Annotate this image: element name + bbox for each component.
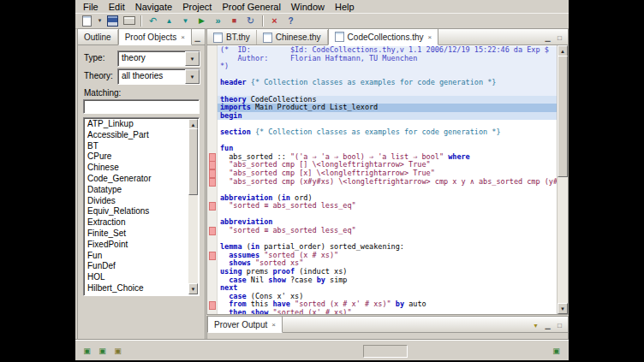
scroll-down-icon[interactable]: ▼: [558, 303, 568, 314]
minimize-icon[interactable]: ▁: [192, 33, 203, 43]
scroll-thumb[interactable]: [558, 56, 568, 177]
left-tabbar: OutlineProof Objects× ▁ □: [78, 29, 205, 45]
minimize-icon[interactable]: ▁: [542, 320, 553, 330]
menu-file[interactable]: File: [78, 1, 104, 13]
warning-marker[interactable]: [209, 252, 216, 260]
new-dropdown-button[interactable]: ▾: [95, 14, 104, 27]
theory-item-extraction[interactable]: Extraction: [85, 217, 188, 228]
code-token: (: [272, 193, 281, 202]
next-step-button[interactable]: ▼: [177, 14, 194, 27]
theory-item-hilbert-choice[interactable]: Hilbert_Choice: [85, 283, 188, 294]
scroll-thumb[interactable]: [188, 128, 198, 195]
type-combo-arrow-icon[interactable]: ▼: [185, 51, 200, 66]
theory-item-fundef[interactable]: FunDef: [85, 261, 188, 272]
menu-proof-general[interactable]: Proof General: [217, 1, 285, 13]
theory-item-datatype[interactable]: Datatype: [85, 185, 188, 196]
theory-list-scrollbar[interactable]: ▲ ▼: [188, 119, 198, 294]
theory-item-divides[interactable]: Divides: [85, 196, 188, 207]
theory-combo[interactable]: all theories ▼: [117, 68, 200, 85]
code-token: begin: [220, 111, 242, 120]
theory-item-code-generator[interactable]: Code_Generator: [85, 174, 188, 185]
editor-canvas[interactable]: (* ID: $Id: CodeCollections.thy,v 1.1 20…: [207, 45, 568, 314]
warning-marker[interactable]: [209, 202, 216, 211]
close-icon[interactable]: ×: [271, 321, 276, 329]
code-token: imports: [220, 103, 251, 111]
code-token: [220, 276, 229, 284]
theory-item-finite-set[interactable]: Finite_Set: [85, 228, 188, 240]
fast-view-1-icon[interactable]: ▣: [80, 344, 93, 357]
warning-marker[interactable]: [209, 227, 216, 235]
code-token: from: [229, 300, 246, 308]
close-icon[interactable]: ×: [428, 33, 432, 41]
theory-combo-value: all theories: [118, 69, 185, 84]
theory-item-fixedpoint[interactable]: FixedPoint: [85, 240, 188, 251]
menu-navigate[interactable]: Navigate: [130, 1, 177, 13]
theory-item-atp-linkup[interactable]: ATP_Linkup: [85, 119, 188, 130]
tab-label: CodeCollections.thy: [348, 33, 424, 42]
console-menu-icon[interactable]: ▾: [530, 320, 541, 330]
minimize-icon[interactable]: ▁: [542, 33, 553, 43]
warning-marker[interactable]: [209, 301, 216, 310]
interrupt-button[interactable]: ×: [266, 14, 283, 27]
menu-project[interactable]: Project: [177, 1, 217, 13]
code-token: then: [229, 308, 246, 314]
prover-status-icon[interactable]: ▣: [550, 344, 563, 357]
code-token: {* Collection classes as examples for co…: [251, 78, 497, 86]
fast-view-3-icon[interactable]: ▣: [111, 344, 124, 357]
prev-step-button[interactable]: ▲: [161, 14, 177, 27]
code-area[interactable]: (* ID: $Id: CodeCollections.thy,v 1.1 20…: [218, 46, 557, 314]
theory-item-hol[interactable]: HOL: [85, 272, 188, 283]
editor-view: BT.thyChinese.thyCodeCollections.thy× ▁ …: [206, 28, 569, 315]
menu-help[interactable]: Help: [330, 1, 360, 13]
stop-button[interactable]: ■: [226, 14, 242, 27]
new-button[interactable]: [79, 14, 95, 27]
menu-edit[interactable]: Edit: [104, 1, 130, 13]
code-token: ?case: [286, 276, 317, 284]
tab-bt-thy[interactable]: BT.thy: [207, 30, 257, 45]
theory-item-equiv-relations[interactable]: Equiv_Relations: [85, 206, 188, 217]
code-token: "sorted ≡ abs_sorted less_eq": [229, 226, 355, 234]
type-combo[interactable]: theory ▼: [117, 50, 200, 67]
menu-window[interactable]: Window: [286, 1, 330, 13]
warning-marker[interactable]: [209, 153, 216, 162]
theory-item-bt[interactable]: BT: [85, 141, 188, 152]
code-token: [220, 300, 229, 308]
tab-chinese-thy[interactable]: Chinese.thy: [257, 30, 328, 45]
file-icon: [213, 33, 223, 43]
toolbar-separator: [140, 15, 141, 27]
save-button[interactable]: [104, 14, 121, 27]
code-token: next: [220, 283, 237, 292]
statusbar: ▣▣▣ ▣: [75, 340, 569, 360]
theory-item-cpure[interactable]: CPure: [85, 151, 188, 163]
matching-input[interactable]: [83, 99, 200, 114]
restart-button[interactable]: ↻: [242, 14, 259, 27]
scroll-down-icon[interactable]: ▼: [188, 283, 198, 294]
print-button[interactable]: [121, 14, 137, 27]
help-button[interactable]: ?: [283, 14, 299, 27]
tab-outline[interactable]: Outline: [78, 30, 118, 45]
maximize-icon[interactable]: □: [554, 33, 565, 43]
close-icon[interactable]: ×: [181, 33, 185, 41]
tab-proof-objects[interactable]: Proof Objects×: [118, 28, 192, 45]
tab-prover-output[interactable]: Prover Output×: [207, 316, 283, 333]
warning-marker[interactable]: [209, 169, 216, 178]
warning-marker[interactable]: [209, 178, 216, 187]
code-token: "abs_sorted cmp [x] \<longleftrightarrow…: [229, 169, 435, 177]
code-line: "sorted ≡ abs_sorted less_eq": [218, 227, 557, 235]
editor-scrollbar[interactable]: ▲ ▼: [557, 45, 568, 314]
code-token: prems: [242, 267, 273, 276]
tab-codecollections-thy[interactable]: CodeCollections.thy×: [328, 28, 439, 45]
theory-item-accessible-part[interactable]: Accessible_Part: [85, 130, 188, 141]
theory-item-chinese[interactable]: Chinese: [85, 163, 188, 174]
maximize-icon[interactable]: □: [554, 320, 565, 330]
goto-end-button[interactable]: »: [210, 14, 226, 27]
theory-combo-arrow-icon[interactable]: ▼: [185, 69, 200, 84]
fast-view-2-icon[interactable]: ▣: [96, 344, 109, 357]
code-token: {* Collection classes as examples for co…: [255, 128, 501, 136]
theory-list-box: ATP_LinkupAccessible_PartBTCPureChineseC…: [83, 117, 200, 296]
left-tabs: OutlineProof Objects×: [78, 29, 192, 45]
use-to-point-button[interactable]: ▶: [194, 14, 210, 27]
warning-marker[interactable]: [209, 161, 216, 169]
theory-item-fun[interactable]: Fun: [85, 251, 188, 262]
undo-step-button[interactable]: ↶: [145, 14, 161, 27]
